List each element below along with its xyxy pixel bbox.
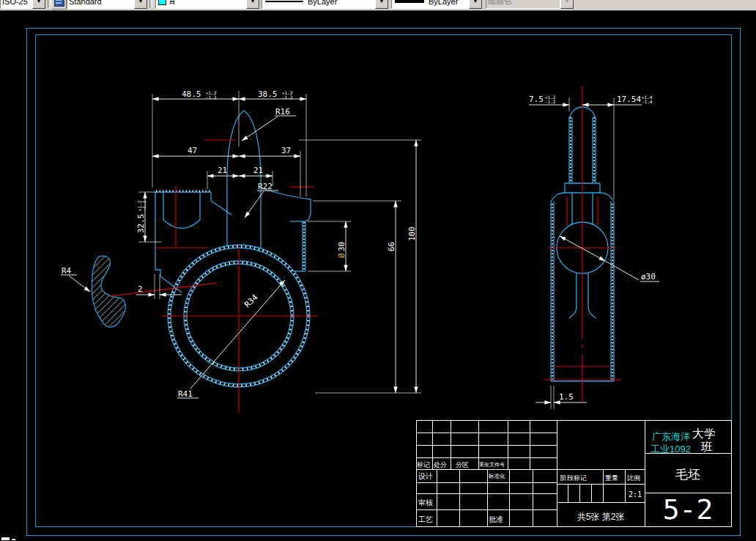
dim-7-5-tol-dn: -1.2 [545, 99, 556, 104]
label-design: 设计 [418, 472, 433, 480]
dim-66: 66 [387, 242, 396, 251]
scale-value: 2:1 [629, 490, 642, 498]
school-line2-cyan: 工业1092 [651, 444, 691, 454]
label-weight: 重量 [605, 474, 618, 482]
color-swatch [158, 0, 166, 5]
text-style-button[interactable] [51, 0, 67, 10]
dim-21-left: 21 [218, 166, 227, 175]
dim-17-54: 17.54 [617, 95, 641, 104]
lineweight-combo[interactable]: ByLayer ▼ [391, 0, 482, 9]
radius-r4: R4 [62, 266, 72, 276]
label-change-doc: 更改文件号 [479, 461, 505, 468]
linetype-combo[interactable]: ByLayer ▼ [262, 0, 388, 9]
radius-r41: R41 [178, 389, 193, 399]
ucs-icon [1, 537, 15, 540]
dim-32-5: 32.5 [136, 214, 146, 234]
dim-style-value[interactable]: ISO-25 [0, 0, 32, 9]
dim-48-5-tol-dn: -1.3 [206, 95, 217, 100]
toolbar-separator [48, 0, 51, 8]
school-line2-white: 班 [700, 441, 713, 453]
toolbar-row: ISO-25 ▼ Standard ▼ 青 ▼ [0, 0, 756, 10]
plot-style-combo: 随颜色 ▼ [486, 0, 574, 9]
label-stage-mark: 阶段标记 [560, 474, 587, 482]
chevron-down-icon[interactable]: ▼ [32, 0, 45, 9]
title-block-texts: 标记 处分 分区 更改文件号 设计 标准化 审核 工艺 批准 阶段标记 重量 比… [416, 427, 716, 526]
color-value: 青 [168, 0, 177, 7]
dim-21-right: 21 [253, 166, 263, 175]
dimension-texts: 48.5 +1.3 -1.3 38.5 +1.3 -1.3 47 37 21 2… [62, 89, 656, 402]
toolbar-separator [149, 0, 152, 8]
dim-100: 100 [407, 227, 417, 241]
dim-37: 37 [281, 146, 291, 155]
chevron-down-icon[interactable]: ▼ [134, 0, 147, 9]
lineweight-sample [395, 0, 424, 3]
chevron-down-icon[interactable]: ▼ [469, 0, 482, 9]
lineweight-field[interactable]: ByLayer [391, 0, 469, 9]
label-mark: 标记 [416, 461, 430, 468]
school-line1-cyan: 广东海洋 [652, 431, 690, 442]
dim-38-5: 38.5 [258, 89, 278, 99]
label-zone: 分区 [456, 461, 469, 468]
label-standardize: 标准化 [488, 473, 505, 479]
dim-dia30-side: ø30 [641, 272, 656, 281]
school-line1-white: 大学 [692, 427, 716, 440]
drawing-number: 5-2 [663, 493, 714, 526]
dim-17-54-tol-dn: -1.4 [642, 99, 653, 104]
linetype-sample [265, 1, 303, 2]
linetype-field[interactable]: ByLayer [262, 0, 375, 9]
title-block: 标记 处分 分区 更改文件号 设计 标准化 审核 工艺 批准 阶段标记 重量 比… [416, 420, 731, 526]
chevron-down-icon[interactable]: ▼ [246, 0, 259, 9]
detail-view-section [92, 256, 125, 327]
label-check: 审核 [418, 498, 433, 507]
text-style-combo[interactable]: Standard ▼ [67, 0, 147, 9]
dim-7-5: 7.5 [529, 95, 544, 104]
dim-1-5: 1.5 [559, 392, 574, 402]
label-approve: 批准 [489, 515, 503, 523]
dim-32-5-tol-dn: -1.2 [141, 200, 147, 211]
chevron-down-icon[interactable]: ▼ [375, 0, 388, 9]
toolbar: ISO-25 ▼ Standard ▼ 青 ▼ [0, 0, 756, 11]
dim-dia30-symbol: Ø [337, 253, 346, 258]
part-name: 毛坯 [675, 468, 700, 482]
color-combo[interactable]: 青 ▼ [155, 0, 259, 9]
dim-38-5-tol-dn: -1.3 [282, 95, 293, 100]
label-process: 工艺 [418, 515, 433, 523]
label-scale: 比例 [627, 474, 640, 482]
radius-r34: R34 [242, 292, 260, 309]
text-style-value[interactable]: Standard [67, 0, 134, 9]
dim-style-combo[interactable]: ISO-25 ▼ [0, 0, 45, 9]
autocad-window: ISO-25 ▼ Standard ▼ 青 ▼ [0, 0, 756, 541]
label-count: 处分 [433, 461, 447, 468]
drawing-canvas[interactable]: 48.5 +1.3 -1.3 38.5 +1.3 -1.3 47 37 21 2… [0, 0, 756, 541]
lineweight-value: ByLayer [429, 0, 458, 6]
dim-2: 2 [138, 284, 143, 294]
radius-r16: R16 [275, 107, 290, 117]
front-view-hatch-ticks [156, 191, 308, 386]
plot-style-value: 随颜色 [486, 0, 560, 9]
linetype-value: ByLayer [308, 0, 337, 6]
sheet-info: 共5张 第2张 [577, 512, 625, 522]
color-field[interactable]: 青 [155, 0, 246, 9]
text-style-icon [54, 0, 64, 7]
radius-r22: R22 [258, 182, 273, 191]
dim-dia30-value: 30 [337, 242, 346, 251]
chevron-down-icon: ▼ [560, 0, 574, 9]
dim-48-5: 48.5 [182, 89, 201, 99]
dim-47: 47 [188, 146, 197, 155]
